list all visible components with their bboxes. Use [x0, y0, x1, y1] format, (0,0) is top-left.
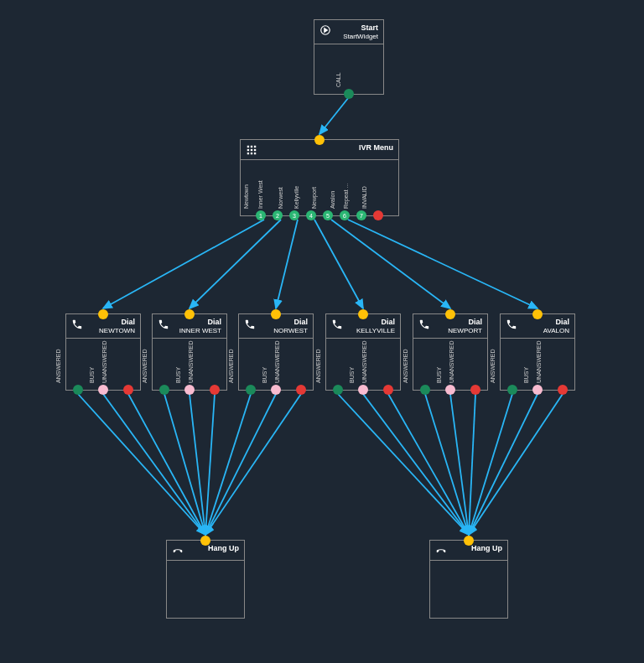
- svg-rect-3: [254, 146, 256, 148]
- output-port[interactable]: 7Repeat ...: [356, 210, 366, 220]
- output-port[interactable]: UNANSWERED: [210, 385, 220, 395]
- dial-widget[interactable]: Dial NEWPORT ANSWERED BUSY UNANSWERED: [413, 313, 488, 391]
- grid-icon: [246, 144, 257, 156]
- connection-line: [103, 220, 264, 308]
- input-port[interactable]: [271, 309, 281, 319]
- connection-line: [469, 394, 538, 535]
- port-label: CALL: [335, 72, 341, 87]
- phone-icon: [71, 319, 83, 330]
- port-label: UNANSWERED: [188, 340, 194, 383]
- phone-icon: [418, 319, 430, 330]
- output-port[interactable]: 5Newport: [323, 210, 333, 220]
- svg-rect-8: [251, 153, 252, 154]
- connection-line: [450, 394, 469, 535]
- svg-rect-1: [247, 146, 249, 148]
- widget-subtitle: StartWidget: [336, 33, 378, 41]
- svg-rect-5: [251, 149, 252, 151]
- widget-title: Dial: [261, 318, 308, 327]
- port-label: Inner West: [257, 180, 263, 209]
- connection-line: [164, 394, 205, 535]
- input-port[interactable]: [200, 536, 210, 546]
- dial-widget[interactable]: Dial NEWTOWN ANSWERED BUSY UNANSWERED: [65, 313, 141, 391]
- connection-line: [319, 97, 349, 134]
- output-port[interactable]: ANSWERED: [507, 385, 517, 395]
- output-port[interactable]: 4Kellyville: [306, 210, 316, 220]
- input-port[interactable]: [445, 309, 455, 319]
- dial-widget[interactable]: Dial KELLYVILLE ANSWERED BUSY UNANSWERED: [325, 313, 401, 391]
- port-label: BUSY: [436, 367, 442, 383]
- output-port[interactable]: ANSWERED: [159, 385, 169, 395]
- port-label: UNANSWERED: [274, 340, 280, 383]
- port-label: Newport: [311, 187, 317, 209]
- widget-subtitle: AVALON: [522, 327, 569, 335]
- input-port[interactable]: [98, 309, 108, 319]
- output-port[interactable]: BUSY: [358, 385, 368, 395]
- widget-subtitle: NEWTOWN: [88, 327, 135, 335]
- input-port[interactable]: [184, 309, 195, 319]
- input-port[interactable]: [464, 536, 474, 546]
- phone-down-icon: [172, 545, 184, 557]
- output-port[interactable]: UNANSWERED: [296, 385, 306, 395]
- input-port[interactable]: [358, 309, 368, 319]
- port-label: BUSY: [523, 367, 529, 383]
- hangup-widget[interactable]: Hang Up: [166, 540, 245, 619]
- port-label: INVALID: [361, 186, 367, 209]
- connection-line: [388, 394, 469, 535]
- dial-widget[interactable]: Dial NORWEST ANSWERED BUSY UNANSWERED: [238, 313, 314, 391]
- input-port[interactable]: [532, 309, 543, 319]
- output-port[interactable]: ANSWERED: [333, 385, 343, 395]
- port-label: BUSY: [175, 367, 181, 383]
- port-label: ANSWERED: [142, 350, 148, 383]
- port-label: ANSWERED: [55, 350, 61, 383]
- phone-icon: [244, 319, 256, 330]
- output-port[interactable]: 1Newtown: [256, 210, 266, 220]
- widget-title: Dial: [88, 318, 135, 327]
- ivr-menu-widget[interactable]: IVR Menu 1Newtown2Inner West3Norwest4Kel…: [240, 139, 399, 216]
- port-label: ANSWERED: [315, 350, 321, 383]
- output-port[interactable]: UNANSWERED: [383, 385, 393, 395]
- output-port[interactable]: ANSWERED: [73, 385, 83, 395]
- phone-icon: [506, 319, 517, 330]
- svg-rect-2: [251, 146, 252, 148]
- phone-icon: [158, 319, 169, 330]
- input-port[interactable]: [314, 135, 325, 145]
- connection-line: [103, 394, 205, 535]
- port-label: UNANSWERED: [449, 340, 454, 383]
- port-label: UNANSWERED: [101, 340, 107, 383]
- connection-line: [338, 394, 469, 535]
- port-label: ANSWERED: [490, 350, 496, 383]
- port-label: UNANSWERED: [361, 340, 367, 383]
- hangup-widget[interactable]: Hang Up: [429, 540, 508, 619]
- output-port[interactable]: INVALID: [373, 210, 383, 220]
- output-port[interactable]: BUSY: [184, 385, 195, 395]
- connection-line: [348, 220, 538, 308]
- widget-title: Hang Up: [452, 544, 502, 553]
- dial-widget[interactable]: Dial INNER WEST ANSWERED BUSY UNANSWERED: [152, 313, 227, 391]
- widget-subtitle: NORWEST: [261, 327, 308, 335]
- output-port[interactable]: ANSWERED: [246, 385, 256, 395]
- svg-rect-6: [254, 149, 256, 151]
- widget-title: Dial: [522, 318, 569, 327]
- output-port[interactable]: 6Avalon: [340, 210, 350, 220]
- output-port[interactable]: CALL: [344, 89, 354, 99]
- output-port[interactable]: UNANSWERED: [123, 385, 133, 395]
- output-port[interactable]: BUSY: [271, 385, 281, 395]
- port-label: BUSY: [349, 367, 355, 383]
- output-port[interactable]: UNANSWERED: [558, 385, 568, 395]
- widget-title: Hang Up: [189, 544, 239, 553]
- output-port[interactable]: UNANSWERED: [470, 385, 480, 395]
- output-port[interactable]: ANSWERED: [420, 385, 430, 395]
- connection-line: [363, 394, 469, 535]
- svg-rect-4: [247, 149, 249, 151]
- output-port[interactable]: 3Norwest: [289, 210, 299, 220]
- svg-rect-9: [254, 153, 256, 154]
- output-port[interactable]: 2Inner West: [273, 210, 283, 220]
- output-port[interactable]: BUSY: [532, 385, 543, 395]
- output-port[interactable]: BUSY: [98, 385, 108, 395]
- svg-rect-7: [247, 153, 249, 154]
- connection-line: [425, 394, 469, 535]
- connection-line: [314, 220, 363, 308]
- dial-widget[interactable]: Dial AVALON ANSWERED BUSY UNANSWERED: [500, 313, 575, 391]
- start-widget[interactable]: Start StartWidget CALL: [314, 19, 384, 95]
- output-port[interactable]: BUSY: [445, 385, 455, 395]
